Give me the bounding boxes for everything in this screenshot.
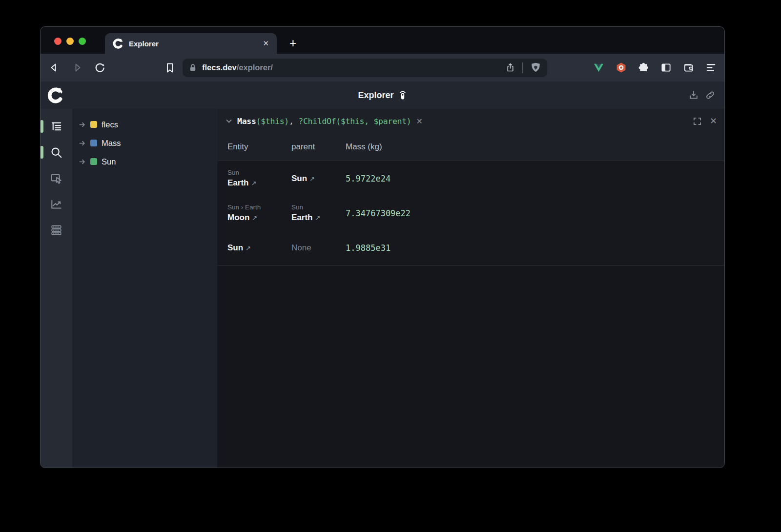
tree-item-label: Mass (102, 139, 121, 148)
tree-item-label: flecs (102, 120, 118, 129)
tab-close-icon[interactable]: ✕ (263, 39, 269, 48)
maximize-window-button[interactable] (79, 38, 86, 45)
column-header-parent: parent (291, 142, 346, 152)
mass-cell: 1.9885e31 (346, 230, 724, 265)
page-title-group: Explorer (41, 90, 724, 101)
parent-parent-path: Sun (291, 204, 346, 211)
tree-item[interactable]: flecs (72, 115, 217, 134)
tree-view-icon (50, 120, 63, 133)
active-pill (41, 146, 43, 159)
memory-icon (50, 224, 63, 237)
icon-rail (41, 109, 72, 468)
entity-color-swatch (90, 140, 97, 146)
extension-group (593, 62, 717, 73)
minimize-window-button[interactable] (66, 38, 74, 45)
bookmark-icon[interactable] (164, 62, 176, 74)
parent-name-link[interactable]: Sun↗ (291, 174, 346, 184)
query-panel-close-icon[interactable]: ✕ (710, 116, 717, 126)
browser-toolbar: flecs.dev/explorer/ (41, 54, 724, 82)
open-entity-arrow-icon: ↗ (315, 214, 320, 222)
entity-tree-panel: flecs Mass Sun (72, 109, 217, 468)
entity-parent-path: Sun › Earth (227, 204, 291, 211)
reload-icon[interactable] (94, 62, 106, 74)
results-table-header: Entity parent Mass (kg) (217, 133, 724, 161)
extensions-puzzle-icon[interactable] (638, 62, 649, 73)
vue-devtools-icon[interactable] (593, 62, 604, 73)
back-icon[interactable] (48, 62, 60, 74)
browser-tab-explorer[interactable]: Explorer ✕ (105, 33, 277, 54)
new-tab-button[interactable]: + (289, 37, 297, 49)
parent-cell[interactable]: None (291, 230, 346, 265)
active-pill (41, 120, 43, 133)
wallet-icon[interactable] (683, 62, 694, 73)
share-icon[interactable] (505, 62, 515, 73)
open-entity-arrow-icon: ↗ (309, 175, 315, 183)
query-segment: ?ChildOf($this, $parent) (298, 117, 411, 126)
url-divider (522, 62, 523, 73)
flecs-favicon-icon (113, 38, 123, 49)
tab-strip: Explorer ✕ + (41, 27, 724, 54)
rail-query-button[interactable] (49, 145, 64, 160)
entity-name-link[interactable]: Sun↗ (227, 243, 291, 253)
entity-cell[interactable]: Sun↗ (227, 230, 291, 265)
menu-icon[interactable] (705, 62, 717, 73)
column-header-entity: Entity (227, 142, 291, 152)
query-segment: , (289, 117, 298, 126)
query-expression[interactable]: Mass($this), ?ChildOf($this, $parent) (237, 117, 411, 126)
query-clear-icon[interactable]: ✕ (416, 117, 422, 126)
mass-cell: 5.9722e24 (346, 161, 724, 196)
flecs-logo-icon[interactable] (47, 87, 64, 103)
entity-color-swatch (90, 158, 97, 165)
table-row: Sun › Earth Moon↗ Sun Earth↗ 7.34767309e… (217, 196, 724, 230)
close-window-button[interactable] (54, 38, 62, 45)
mass-value: 5.9722e24 (346, 174, 724, 184)
link-icon[interactable] (705, 90, 716, 101)
mass-value: 1.9885e31 (346, 243, 724, 253)
rail-inspector-button[interactable] (49, 171, 64, 185)
query-segment: ($this) (256, 117, 289, 126)
entity-parent-path: Sun (227, 169, 291, 176)
entity-color-swatch (90, 121, 97, 128)
tree-item-label: Sun (102, 157, 116, 166)
chevron-down-icon[interactable] (225, 117, 233, 125)
explorer-header: Explorer (41, 82, 724, 109)
entity-cell[interactable]: Sun Earth↗ (227, 161, 291, 196)
entity-cell[interactable]: Sun › Earth Moon↗ (227, 196, 291, 230)
url-bar[interactable]: flecs.dev/explorer/ (183, 59, 547, 77)
rail-stats-button[interactable] (49, 197, 64, 211)
mass-value: 7.34767309e22 (346, 208, 724, 218)
tree-item[interactable]: Sun (72, 152, 217, 171)
hexagon-extension-icon[interactable] (616, 62, 627, 73)
parent-name-link[interactable]: Earth↗ (291, 213, 346, 223)
browser-window: Explorer ✕ + flecs.dev/explorer/ (41, 27, 724, 468)
download-icon[interactable] (688, 90, 699, 101)
parent-name-link[interactable]: None (291, 243, 346, 253)
column-header-mass: Mass (kg) (346, 142, 724, 152)
url-domain: flecs.dev (202, 63, 237, 72)
expand-arrow-icon[interactable] (79, 158, 86, 165)
open-entity-arrow-icon: ↗ (246, 245, 251, 252)
empty-area (217, 266, 724, 468)
brave-shield-icon[interactable] (530, 62, 541, 73)
expand-arrow-icon[interactable] (79, 140, 86, 147)
lock-icon (188, 63, 197, 72)
query-panel: Mass($this), ?ChildOf($this, $parent) ✕ … (217, 109, 724, 468)
remote-connection-icon (398, 90, 407, 100)
mass-cell: 7.34767309e22 (346, 196, 724, 230)
header-actions (688, 90, 716, 101)
parent-cell[interactable]: Sun↗ (291, 161, 346, 196)
traffic-lights (54, 38, 86, 45)
url-path: /explorer/ (237, 63, 273, 72)
rail-tree-button[interactable] (49, 119, 64, 134)
sidebar-toggle-icon[interactable] (660, 62, 672, 73)
parent-cell[interactable]: Sun Earth↗ (291, 196, 346, 230)
stats-chart-icon (50, 198, 63, 211)
forward-icon[interactable] (71, 62, 83, 74)
content-area: flecs Mass Sun Mass($this), ?ChildOf($th… (41, 109, 724, 468)
tree-item[interactable]: Mass (72, 134, 217, 152)
entity-name-link[interactable]: Earth↗ (227, 178, 291, 188)
rail-memory-button[interactable] (49, 223, 64, 237)
fullscreen-icon[interactable] (693, 117, 702, 126)
expand-arrow-icon[interactable] (79, 121, 86, 128)
entity-name-link[interactable]: Moon↗ (227, 213, 291, 223)
